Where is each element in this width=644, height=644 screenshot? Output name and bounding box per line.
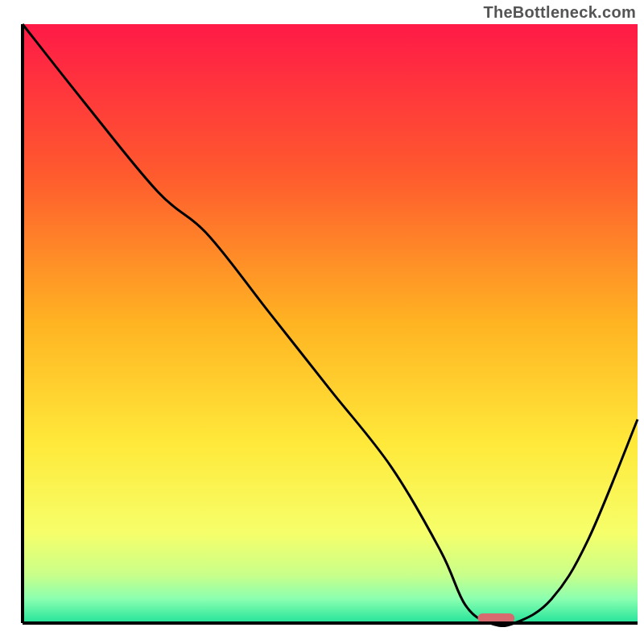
watermark-text: TheBottleneck.com [483,3,636,22]
chart-container: TheBottleneck.com [0,0,644,644]
plot-background [23,24,638,623]
bottleneck-chart [0,0,644,644]
